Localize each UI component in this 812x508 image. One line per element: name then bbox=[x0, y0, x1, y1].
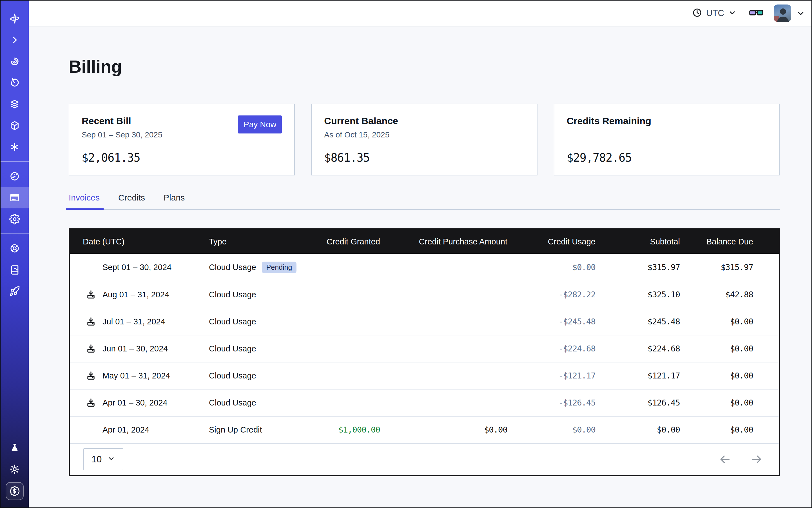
billing-card-icon bbox=[9, 192, 20, 203]
sidebar-item-collapse[interactable] bbox=[1, 29, 29, 51]
download-invoice-button[interactable] bbox=[86, 343, 96, 354]
sidebar-item-usage[interactable] bbox=[1, 166, 29, 187]
invoice-type: Cloud Usage bbox=[209, 317, 256, 326]
layers-icon bbox=[9, 99, 20, 110]
sidebar-item-experiments[interactable] bbox=[1, 437, 29, 458]
tab-invoices[interactable]: Invoices bbox=[69, 193, 100, 209]
main-area: UTC bbox=[29, 1, 811, 507]
subtotal-value: $0.00 bbox=[596, 425, 680, 434]
current-balance-amount: $861.35 bbox=[324, 151, 370, 164]
subtotal-value: $245.48 bbox=[596, 317, 680, 326]
download-invoice-button[interactable] bbox=[86, 397, 96, 408]
glasses-icon bbox=[749, 8, 764, 18]
credits-remaining-amount: $29,782.65 bbox=[567, 151, 632, 164]
timezone-label: UTC bbox=[706, 8, 724, 18]
column-header-balance-due: Balance Due bbox=[680, 237, 753, 246]
invoice-type: Cloud Usage bbox=[209, 371, 256, 380]
next-page-button[interactable] bbox=[750, 453, 763, 466]
current-balance-card: Current Balance As of Oct 15, 2025 $861.… bbox=[311, 103, 537, 175]
download-invoice-button[interactable] bbox=[86, 289, 96, 300]
avatar[interactable] bbox=[774, 4, 791, 22]
sun-icon bbox=[9, 464, 20, 474]
gear-icon bbox=[9, 214, 20, 224]
invoice-type: Cloud Usage bbox=[209, 290, 256, 299]
asterisk-icon bbox=[9, 142, 20, 152]
sidebar-item-layers[interactable] bbox=[1, 93, 29, 115]
credits-remaining-card: Credits Remaining $29,782.65 bbox=[554, 103, 780, 175]
sidebar-item-support[interactable] bbox=[1, 238, 29, 259]
pagination-bar: 10 bbox=[70, 443, 779, 475]
column-header-subtotal: Subtotal bbox=[596, 237, 680, 246]
invoice-date: Jul 01 – 31, 2024 bbox=[102, 317, 165, 326]
observability-icon bbox=[9, 56, 20, 67]
subtotal-value: $121.17 bbox=[596, 371, 680, 380]
tab-credits[interactable]: Credits bbox=[118, 193, 145, 209]
sidebar-item-logo[interactable] bbox=[1, 8, 29, 29]
card-title: Credits Remaining bbox=[567, 116, 767, 126]
sidebar-item-settings[interactable] bbox=[1, 208, 29, 230]
subtotal-value: $325.10 bbox=[596, 290, 680, 299]
badge-dollar-icon bbox=[9, 486, 20, 497]
rocket-icon bbox=[9, 286, 20, 297]
invoice-date: Apr 01, 2024 bbox=[102, 425, 149, 434]
table-row: Jun 01 – 30, 2024 Cloud Usage -$224.68 $… bbox=[70, 335, 779, 362]
sidebar-item-billing[interactable] bbox=[1, 187, 29, 208]
sidebar-bottom-group bbox=[1, 437, 29, 507]
download-invoice-button[interactable] bbox=[86, 316, 96, 327]
gauge-icon bbox=[9, 171, 20, 182]
sidebar-item-observability[interactable] bbox=[1, 51, 29, 72]
cube-icon bbox=[9, 120, 20, 131]
topbar: UTC bbox=[29, 1, 811, 27]
chevron-down-icon bbox=[728, 8, 736, 18]
balance-due-value: $42.88 bbox=[680, 290, 753, 299]
credit-usage-value: -$245.48 bbox=[507, 317, 596, 326]
credit-usage-value: $0.00 bbox=[507, 425, 596, 434]
download-invoice-button[interactable] bbox=[86, 370, 96, 381]
invoice-type: Cloud Usage bbox=[209, 398, 256, 408]
chevron-down-icon bbox=[107, 454, 115, 465]
sidebar-item-timer[interactable] bbox=[1, 72, 29, 93]
invoice-date: Jun 01 – 30, 2024 bbox=[102, 344, 168, 353]
pay-now-button[interactable]: Pay Now bbox=[238, 116, 282, 133]
recent-bill-card: Recent Bill Sep 01 – Sep 30, 2025 $2,061… bbox=[69, 103, 295, 175]
chevron-right-icon bbox=[10, 35, 19, 45]
balance-due-value: $315.97 bbox=[680, 262, 753, 272]
lifebuoy-icon bbox=[9, 243, 20, 254]
credit-granted-value: $1,000.00 bbox=[307, 425, 380, 434]
table-row: Aug 01 – 31, 2024 Cloud Usage -$282.22 $… bbox=[70, 281, 779, 308]
credits-badge-button[interactable] bbox=[6, 482, 24, 500]
previous-page-button[interactable] bbox=[719, 453, 731, 466]
page-size-value: 10 bbox=[91, 454, 102, 465]
credit-usage-value: -$126.45 bbox=[507, 398, 596, 408]
subtotal-value: $126.45 bbox=[596, 398, 680, 408]
recent-bill-amount: $2,061.35 bbox=[82, 151, 140, 164]
clock-icon bbox=[692, 8, 702, 19]
invoice-date: Sept 01 – 30, 2024 bbox=[102, 263, 171, 272]
invoice-date: Apr 01 – 30, 2024 bbox=[102, 398, 168, 408]
download-slot-empty bbox=[86, 424, 96, 435]
card-title: Current Balance bbox=[324, 116, 524, 126]
balance-due-value: $0.00 bbox=[680, 398, 753, 408]
sidebar-item-theme[interactable] bbox=[1, 458, 29, 480]
user-menu-chevron-icon[interactable] bbox=[796, 9, 805, 18]
sidebar-item-launch[interactable] bbox=[1, 281, 29, 302]
download-slot-empty bbox=[86, 262, 96, 272]
page-size-select[interactable]: 10 bbox=[83, 448, 123, 470]
table-row: Jul 01 – 31, 2024 Cloud Usage -$245.48 $… bbox=[70, 308, 779, 335]
balance-due-value: $0.00 bbox=[680, 317, 753, 326]
sidebar-item-docs[interactable] bbox=[1, 259, 29, 281]
invoice-type: Cloud Usage bbox=[209, 344, 256, 353]
timezone-selector[interactable]: UTC bbox=[692, 8, 736, 19]
sidebar-item-cube[interactable] bbox=[1, 115, 29, 136]
app-window: UTC bbox=[0, 0, 812, 508]
tab-plans[interactable]: Plans bbox=[164, 193, 185, 209]
invoice-type: Cloud Usage bbox=[209, 263, 256, 272]
viewer-mode-button[interactable] bbox=[749, 8, 764, 18]
sidebar-item-asterisk[interactable] bbox=[1, 136, 29, 158]
pagination-arrows bbox=[719, 453, 763, 466]
timer-icon bbox=[9, 77, 20, 88]
invoice-type: Sign Up Credit bbox=[209, 425, 262, 434]
table-row: May 01 – 31, 2024 Cloud Usage -$121.17 $… bbox=[70, 362, 779, 389]
column-header-credit-granted: Credit Granted bbox=[307, 237, 380, 246]
invoices-table: Date (UTC) Type Credit Granted Credit Pu… bbox=[69, 228, 780, 476]
